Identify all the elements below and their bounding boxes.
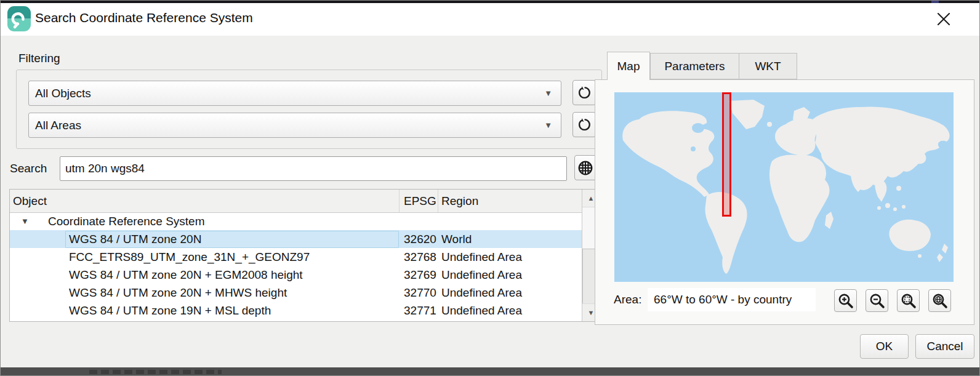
ok-button[interactable]: OK [860,334,909,359]
dialog-title: Search Coordinate Reference System [35,10,253,25]
cell-region: Undefined Area [441,284,580,302]
cell-epsg: 32620 [404,230,440,248]
cell-epsg: 32771 [404,302,440,319]
area-filter-dropdown[interactable]: All Areas ▼ [28,113,561,138]
background-window-text-smudge [89,370,222,374]
object-filter-reset-button[interactable] [572,80,596,105]
cell-region: World [441,230,580,248]
cell-object: WGS 84 / UTM zone 20N + EGM2008 height [69,266,395,284]
rotate-ccw-icon [577,118,592,132]
chevron-down-icon: ▼ [544,121,552,130]
cell-region: Undefined Area [441,248,580,266]
world-map[interactable] [614,92,954,282]
table-row[interactable]: FCC_ETRS89_UTM_zone_31N_+_GEONZ97 32768 … [10,248,582,266]
object-filter-value: All Objects [35,87,544,100]
magnifier-plus-icon [837,292,854,310]
map-zoom-to-extent-button[interactable] [897,289,920,312]
background-window-notch [931,0,939,3]
area-label: Area: [614,293,641,306]
cancel-button[interactable]: Cancel [915,334,974,359]
cell-region: Undefined Area [441,266,580,284]
table-row[interactable]: WGS 84 / UTM zone 20N 32620 World [10,230,582,248]
area-filter-value: All Areas [35,119,544,132]
area-filter-reset-button[interactable] [572,112,596,137]
column-header-region[interactable]: Region [441,190,580,212]
chevron-down-icon: ▼ [544,89,552,98]
cell-epsg: 32769 [404,266,440,284]
magnifier-extent-icon [900,292,917,310]
tree-expander-icon[interactable]: ▼ [21,212,39,230]
results-table-header: Object EPSG Region [10,190,582,213]
tree-group-label: Coordinate Reference System [48,212,393,230]
tab-parameters[interactable]: Parameters [650,53,739,79]
cell-epsg: 32768 [404,248,440,266]
search-input[interactable] [60,156,567,181]
crs-extent-highlight [723,94,731,216]
cell-region: Undefined Area [441,302,580,319]
tab-wkt[interactable]: WKT [739,53,797,79]
magnifier-world-icon [931,292,949,310]
area-value: 66°W to 60°W - by country [648,288,816,311]
cell-object: FCC_ETRS89_UTM_zone_31N_+_GEONZ97 [69,248,395,266]
crs-search-dialog: { "window": { "title": "Search Coordinat… [0,0,980,376]
table-row[interactable]: WGS 84 / UTM zone 20N + MHWS height 3277… [10,284,582,302]
search-area-globe-button[interactable] [574,155,596,180]
tab-map[interactable]: Map [607,52,650,80]
rotate-ccw-icon [577,86,592,100]
column-header-object[interactable]: Object [13,190,395,212]
filtering-label: Filtering [18,52,60,65]
map-zoom-world-button[interactable] [928,289,951,312]
search-label: Search [10,162,47,175]
globe-grid-icon [577,159,594,177]
crs-app-icon [7,6,31,31]
map-zoom-out-button[interactable] [866,289,888,312]
magnifier-minus-icon [869,292,886,310]
background-window-strip-top [0,0,980,3]
cell-epsg: 32770 [404,284,440,302]
column-header-epsg[interactable]: EPSG [404,190,438,212]
object-filter-dropdown[interactable]: All Objects ▼ [28,81,561,106]
cell-object: WGS 84 / UTM zone 20N [69,230,395,248]
map-zoom-in-button[interactable] [834,289,857,312]
cell-object: WGS 84 / UTM zone 19N + MSL depth [69,302,395,319]
cell-object: WGS 84 / UTM zone 20N + MHWS height [69,284,395,302]
close-icon[interactable] [933,9,954,30]
results-table: Object EPSG Region ▼ Coordinate Referenc… [9,189,600,322]
table-row[interactable]: WGS 84 / UTM zone 20N + EGM2008 height 3… [10,266,582,284]
table-row[interactable]: WGS 84 / UTM zone 19N + MSL depth 32771 … [10,302,582,319]
tree-group-row[interactable]: ▼ Coordinate Reference System [10,212,582,230]
